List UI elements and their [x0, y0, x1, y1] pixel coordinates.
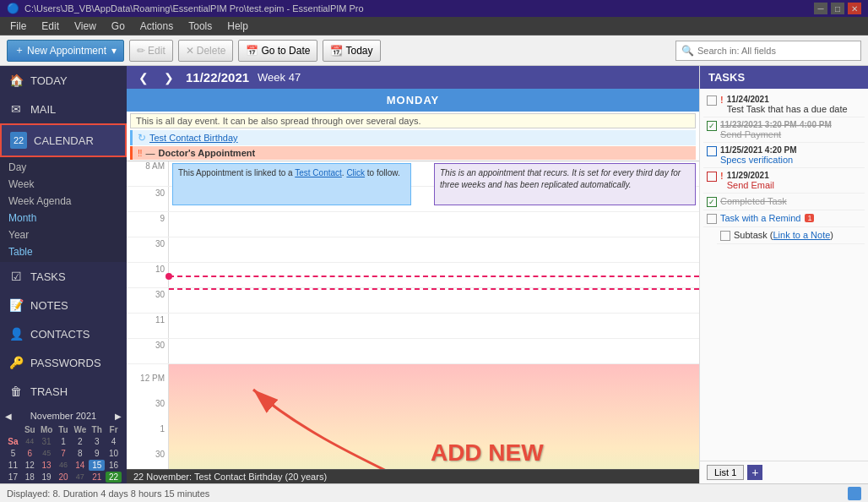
mini-cal-mo: Mo: [39, 424, 55, 435]
mini-cal-d20[interactable]: 20: [56, 472, 72, 483]
task-item-5[interactable]: ✓ Completed Task: [703, 194, 865, 210]
search-box[interactable]: 🔍: [675, 41, 861, 61]
mini-cal-d9[interactable]: 9: [89, 448, 105, 459]
mini-cal-d2a[interactable]: 2: [72, 436, 88, 447]
cal-prev-button[interactable]: ❮: [135, 71, 152, 85]
birthday-event[interactable]: ↻ Test Contact Birthday: [130, 130, 696, 145]
sidebar-item-tasks[interactable]: ☑ TASKS: [0, 262, 127, 291]
go-to-date-button[interactable]: 📅 Go to Date: [238, 40, 317, 62]
sidebar-sub-table[interactable]: Table: [0, 243, 127, 260]
task-checkbox-5[interactable]: ✓: [707, 197, 717, 207]
mini-cal-d10[interactable]: 10: [106, 448, 122, 459]
task-text-3: Specs verification: [720, 155, 797, 165]
sidebar-sub-day[interactable]: Day: [0, 159, 127, 176]
time-cell-1130[interactable]: [169, 339, 699, 363]
task-checkbox-7[interactable]: [720, 231, 730, 241]
task-checkbox-3[interactable]: [707, 146, 717, 156]
task-item-6[interactable]: Task with a Remind 1: [703, 210, 865, 227]
task-checkbox-6[interactable]: [707, 214, 717, 224]
task-checkbox-2[interactable]: ✓: [707, 121, 717, 131]
sidebar-sub-week[interactable]: Week: [0, 176, 127, 193]
menu-go[interactable]: Go: [105, 19, 132, 34]
sidebar-sub-month[interactable]: Month: [0, 210, 127, 226]
time-cell-930[interactable]: [169, 237, 699, 262]
sidebar-item-mail[interactable]: ✉ MAIL: [0, 95, 127, 123]
search-input[interactable]: [697, 46, 849, 56]
time-grid[interactable]: 8 AM This Appointment is linked to a Tes…: [127, 161, 699, 469]
sidebar-sub-week-agenda[interactable]: Week Agenda: [0, 193, 127, 210]
time-label-130: 30: [130, 442, 165, 467]
time-cell-8am[interactable]: This Appointment is linked to a Test Con…: [169, 161, 699, 186]
mini-cal-d7[interactable]: 7: [56, 448, 72, 459]
task-item-1[interactable]: ! 11/24/2021 Test Task that has a due da…: [703, 92, 865, 117]
edit-button[interactable]: ✏ Edit: [129, 40, 173, 62]
mini-cal-d14[interactable]: 14: [72, 460, 88, 471]
mini-cal-prev[interactable]: ◀: [5, 412, 12, 421]
mini-cal-d11[interactable]: 11: [5, 460, 21, 471]
menu-view[interactable]: View: [68, 19, 103, 34]
sidebar-sub-year[interactable]: Year: [0, 226, 127, 243]
task-checkbox-4[interactable]: [707, 172, 717, 182]
time-row-1030: 30: [127, 288, 699, 314]
menu-help[interactable]: Help: [220, 19, 255, 34]
sidebar-item-calendar[interactable]: 22 CALENDAR: [0, 123, 127, 157]
tasks-header-label: TASKS: [708, 71, 745, 84]
sidebar-item-today[interactable]: 🏠 TODAY: [0, 66, 127, 95]
time-cell-1030[interactable]: [169, 288, 699, 313]
mini-cal-d31[interactable]: 31: [39, 436, 55, 447]
time-cell-11am[interactable]: [169, 314, 699, 338]
sidebar-item-contacts[interactable]: 👤 CONTACTS: [0, 319, 127, 348]
delete-button[interactable]: ✕ Delete: [178, 40, 234, 62]
mini-cal-d5a[interactable]: 5: [5, 448, 21, 459]
mini-cal-d6a[interactable]: 6: [22, 448, 38, 459]
sidebar-item-trash[interactable]: 🗑 TRASH: [0, 377, 127, 406]
tasks-list: ! 11/24/2021 Test Task that has a due da…: [700, 89, 868, 461]
mini-cal-d21[interactable]: 21: [89, 472, 105, 483]
mini-cal-d12[interactable]: 12: [22, 460, 38, 471]
mini-cal-d19[interactable]: 19: [39, 472, 55, 483]
recurring-appointment-event[interactable]: This is an appointment that recurs. It i…: [434, 163, 696, 205]
task-item-3[interactable]: 11/25/2021 4:20 PM Specs verification: [703, 143, 865, 168]
time-cell-9am[interactable]: [169, 212, 699, 237]
menu-tools[interactable]: Tools: [182, 19, 219, 34]
new-appointment-button[interactable]: ＋ New Appointment ▾: [7, 40, 124, 62]
sidebar-item-passwords[interactable]: 🔑 PASSWORDS: [0, 348, 127, 377]
mini-cal-d22[interactable]: 22: [106, 472, 122, 483]
big-color-section[interactable]: 12 PM 30 1 30 2 30 ADD NEW APPOINTMENTIN…: [127, 364, 699, 469]
task-item-4[interactable]: ! 11/29/2021 Send Email: [703, 168, 865, 194]
menu-actions[interactable]: Actions: [133, 19, 180, 34]
cal-next-button[interactable]: ❯: [160, 71, 177, 85]
mini-cal-d13[interactable]: 13: [39, 460, 55, 471]
time-labels-noon-section: 12 PM 30 1 30 2 30: [127, 364, 169, 469]
mini-cal-d18[interactable]: 18: [22, 472, 38, 483]
mini-cal-d3a[interactable]: 3: [89, 436, 105, 447]
mini-cal-d4a[interactable]: 4: [106, 436, 122, 447]
maximize-button[interactable]: □: [831, 3, 844, 14]
task-item-7[interactable]: Subtask (Link to a Note): [717, 227, 865, 244]
list-selector-button[interactable]: List 1: [707, 465, 744, 480]
close-button[interactable]: ✕: [848, 3, 861, 14]
mini-cal-d15[interactable]: 15: [89, 460, 105, 471]
time-row-930: 30: [127, 237, 699, 263]
mini-cal-we: We: [72, 424, 88, 435]
minimize-button[interactable]: ─: [814, 3, 827, 14]
doctor-appointment-event[interactable]: ‼ — Doctor's Appointment: [130, 146, 696, 160]
mini-cal-d17[interactable]: 17: [5, 472, 21, 483]
task-checkbox-1[interactable]: [707, 95, 717, 106]
mini-cal-d1a[interactable]: 1: [56, 436, 72, 447]
mini-cal-d8[interactable]: 8: [72, 448, 88, 459]
menu-edit[interactable]: Edit: [35, 19, 66, 34]
mini-cal-next[interactable]: ▶: [115, 412, 122, 421]
sidebar-item-notes[interactable]: 📝 NOTES: [0, 291, 127, 319]
today-button[interactable]: 📆 Today: [323, 40, 380, 62]
mini-cal-grid: Su Mo Tu We Th Fr Sa 44 31 1 2 3 4 5 6 4…: [5, 424, 122, 483]
time-cell-10am[interactable]: [169, 263, 699, 287]
task-item-2[interactable]: ✓ 11/23/2021 3:20 PM-4:00 PM Send Paymen…: [703, 117, 865, 143]
add-list-button[interactable]: +: [747, 465, 762, 480]
mini-cal-d16[interactable]: 16: [106, 460, 122, 471]
linked-appointment-event[interactable]: This Appointment is linked to a Test Con…: [172, 163, 411, 205]
tasks-panel: TASKS ! 11/24/2021 Test Task that has a …: [699, 66, 868, 483]
all-day-event[interactable]: This is all day event. It can be also sp…: [130, 113, 696, 128]
appointment-fill-area[interactable]: ADD NEW APPOINTMENTIN CALENDAR: [169, 364, 699, 469]
menu-file[interactable]: File: [3, 19, 33, 34]
